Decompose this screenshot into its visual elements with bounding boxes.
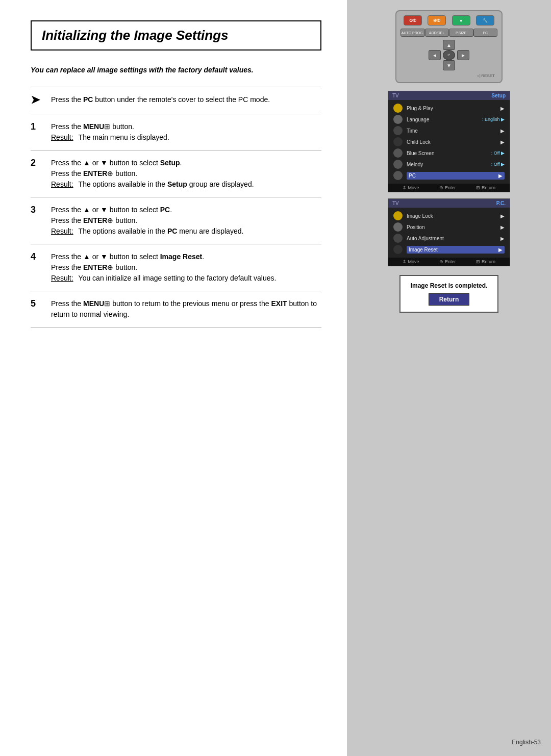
arrow-left-btn: ◄ (429, 50, 441, 60)
page-number: English-53 (512, 739, 541, 746)
setup-footer-return: ⊞ Return (476, 185, 495, 190)
setup-item-time: Time ▶ (391, 125, 507, 136)
pc-icon-autoadj (393, 234, 403, 243)
step-1-content: Press the MENU⊞ button. Result:The main … (51, 114, 321, 150)
pc-label-position: Position ▶ (407, 224, 505, 231)
setup-icon-time (393, 126, 403, 135)
setup-icon-plugplay (393, 104, 403, 113)
page-title: Initializing the Image Settings (42, 28, 310, 43)
setup-item-language: Language : English ▶ (391, 114, 507, 125)
setup-icon-language (393, 115, 403, 124)
return-button[interactable]: Return (429, 293, 470, 306)
setup-label-pc: PC ▶ (407, 172, 505, 180)
setup-icon-melody (393, 160, 403, 169)
setup-item-plugplay: Plug & Play ▶ (391, 103, 507, 114)
arrow-down-row: ▼ (443, 60, 455, 70)
completion-box: Image Reset is completed. Return (399, 275, 499, 313)
setup-item-pc: PC ▶ (391, 170, 507, 181)
table-row: 3 Press the ▲ or ▼ button to select PC. … (31, 197, 321, 244)
setup-label-language: Language : English ▶ (407, 116, 505, 123)
table-row: 1 Press the MENU⊞ button. Result:The mai… (31, 114, 321, 150)
step-3-content: Press the ▲ or ▼ button to select PC. Pr… (51, 197, 321, 244)
table-row: 5 Press the MENU⊞ button to return to th… (31, 291, 321, 327)
intro-text: You can replace all image settings with … (31, 66, 321, 74)
pc-menu-screen: TV P.C. Image Lock ▶ Position ▶ Auto Adj… (388, 198, 510, 266)
step-2-num: 2 (31, 150, 51, 197)
setup-menu-items: Plug & Play ▶ Language : English ▶ Time … (388, 100, 510, 184)
setup-icon-bluescreen (393, 148, 403, 158)
step-4-content: Press the ▲ or ▼ button to select Image … (51, 244, 321, 291)
setup-icon-childlock (393, 137, 403, 146)
setup-footer-enter: ⊕ Enter (439, 185, 456, 190)
remote-top-buttons: ①② ④② ● 🔧 (400, 15, 497, 26)
remote-btn-red: ①② (404, 15, 422, 26)
page-container: Initializing the Image Settings You can … (0, 0, 551, 756)
setup-label-childlock: Child Lock ▶ (407, 139, 505, 145)
remote-btn-blue: 🔧 (476, 15, 494, 26)
arrow-right-btn: ► (457, 50, 469, 60)
setup-item-bluescreen: Blue Screen : Off ▶ (391, 147, 507, 159)
pc-item-imagelock: Image Lock ▶ (391, 210, 507, 221)
pc-section-label: P.C. (496, 200, 506, 206)
remote-btn-psize: P.SIZE (449, 29, 473, 37)
main-content: Initializing the Image Settings You can … (0, 0, 347, 756)
setup-label-time: Time ▶ (407, 128, 505, 134)
remote-btn-adddel: ADD/DEL (425, 29, 449, 37)
setup-footer: ⇕ Move ⊕ Enter ⊞ Return (388, 184, 510, 192)
pc-title-bar: TV P.C. (388, 199, 510, 208)
steps-table: ➤ Press the PC button under the remote's… (31, 87, 321, 327)
step-arrow-num: ➤ (31, 87, 51, 114)
setup-item-childlock: Child Lock ▶ (391, 136, 507, 147)
step-3-num: 3 (31, 197, 51, 244)
setup-label-plugplay: Plug & Play ▶ (407, 105, 505, 112)
tv-label-setup: TV (392, 93, 399, 98)
step-arrow-content: Press the PC button under the remote's c… (51, 87, 321, 114)
arrow-down-btn: ▼ (443, 60, 455, 70)
step-2-content: Press the ▲ or ▼ button to select Setup.… (51, 150, 321, 197)
remote-btn-green: ● (452, 15, 470, 26)
setup-title-bar: TV Setup (388, 91, 510, 100)
setup-menu-screen: TV Setup Plug & Play ▶ Language : Englis… (388, 91, 510, 192)
tv-label-pc: TV (392, 200, 399, 206)
remote-mockup: ①② ④② ● 🔧 AUTO PROG. ADD/DEL P.SIZE PC ▲… (395, 10, 503, 83)
enter-center-btn: ↵ (443, 50, 455, 60)
pc-footer-return: ⊞ Return (476, 259, 495, 264)
table-row: ➤ Press the PC button under the remote's… (31, 87, 321, 114)
pc-footer: ⇕ Move ⊕ Enter ⊞ Return (388, 258, 510, 266)
pc-icon-imagelock (393, 211, 403, 220)
pc-footer-move: ⇕ Move (403, 259, 419, 264)
table-row: 4 Press the ▲ or ▼ button to select Imag… (31, 244, 321, 291)
remote-btn-autoprog: AUTO PROG. (400, 29, 425, 37)
pc-item-position: Position ▶ (391, 221, 507, 233)
setup-icon-pc (393, 171, 403, 180)
remote-arrows: ▲ ◄ ↵ ► ▼ (400, 40, 497, 70)
pc-label-autoadj: Auto Adjustment ▶ (407, 235, 505, 242)
pc-menu-items: Image Lock ▶ Position ▶ Auto Adjustment … (388, 208, 510, 258)
arrow-up-btn: ▲ (443, 40, 455, 50)
step-5-content: Press the MENU⊞ button to return to the … (51, 291, 321, 327)
pc-item-autoadj: Auto Adjustment ▶ (391, 233, 507, 244)
table-row: 2 Press the ▲ or ▼ button to select Setu… (31, 150, 321, 197)
arrow-up-row: ▲ (443, 40, 455, 50)
setup-section-label: Setup (491, 93, 506, 98)
reset-label: ◁ RESET (400, 73, 497, 78)
remote-btn-orange: ④② (428, 15, 446, 26)
step-4-num: 4 (31, 244, 51, 291)
step-1-num: 1 (31, 114, 51, 150)
pc-icon-position (393, 222, 403, 232)
pc-icon-imagereset (393, 245, 403, 254)
setup-item-melody: Melody : Off ▶ (391, 159, 507, 170)
pc-label-imagelock: Image Lock ▶ (407, 213, 505, 219)
step-5-num: 5 (31, 291, 51, 327)
pc-item-imagereset: Image Reset ▶ (391, 244, 507, 255)
pc-footer-enter: ⊕ Enter (439, 259, 456, 264)
sidebar: ①② ④② ● 🔧 AUTO PROG. ADD/DEL P.SIZE PC ▲… (347, 0, 551, 756)
arrow-mid-row: ◄ ↵ ► (429, 50, 469, 60)
setup-footer-move: ⇕ Move (403, 185, 419, 190)
setup-label-melody: Melody : Off ▶ (407, 161, 505, 168)
remote-btn-pc: PC (473, 29, 498, 37)
pc-label-imagereset: Image Reset ▶ (407, 246, 505, 254)
remote-mid-buttons: AUTO PROG. ADD/DEL P.SIZE PC (400, 29, 497, 37)
setup-label-bluescreen: Blue Screen : Off ▶ (407, 150, 505, 157)
title-box: Initializing the Image Settings (31, 20, 321, 51)
